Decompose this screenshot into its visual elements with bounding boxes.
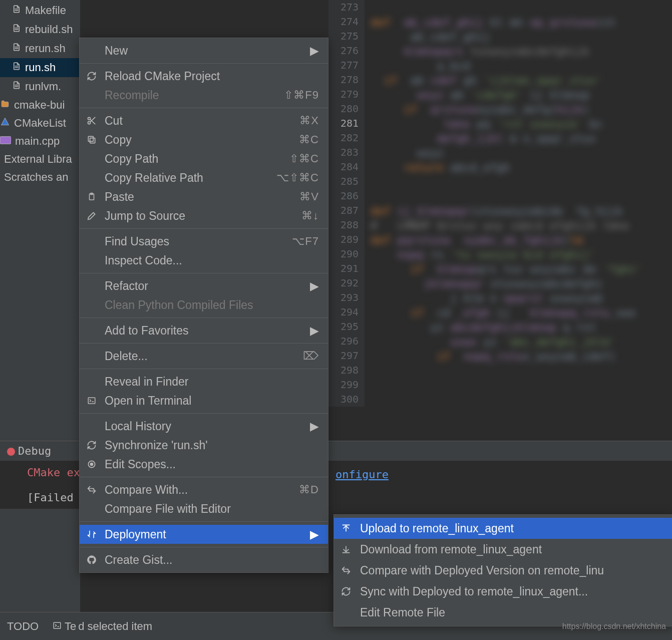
terminal-tab[interactable]: Te — [53, 620, 76, 633]
menu-item: Clean Python Compiled Files — [80, 295, 328, 314]
scope-icon — [86, 459, 98, 469]
menu-item[interactable]: Compare With...⌘D — [80, 480, 328, 499]
menu-item[interactable]: Find Usages⌥F7 — [80, 232, 328, 251]
menu-item-label: Cut — [105, 114, 123, 128]
menu-item[interactable]: New▶ — [80, 41, 328, 60]
menu-separator — [80, 273, 328, 273]
file-icon — [12, 42, 21, 56]
tree-item[interactable]: Makefile — [0, 1, 80, 20]
menu-item[interactable]: Copy Relative Path⌥⇧⌘C — [80, 168, 328, 187]
menu-item[interactable]: Jump to Source⌘↓ — [80, 206, 328, 225]
menu-separator — [80, 228, 328, 229]
submenu-arrow-icon: ▶ — [310, 279, 319, 293]
tree-item[interactable]: main.cpp — [0, 132, 80, 150]
menu-item[interactable]: Add to Favorites▶ — [80, 321, 328, 340]
menu-shortcut: ⇧⌘C — [289, 152, 319, 165]
menu-item-label: Reload CMake Project — [105, 70, 220, 83]
line-gutter: 2732742752762772782792802812822832842852… — [328, 0, 365, 407]
deploy-icon — [86, 529, 98, 539]
tree-item[interactable]: External Libra — [0, 150, 80, 168]
tree-item[interactable]: CMakeList — [0, 114, 80, 132]
submenu-arrow-icon: ▶ — [310, 420, 319, 433]
submenu-item[interactable]: Download from remote_linux_agent — [334, 539, 672, 560]
menu-item[interactable]: Reload CMake Project — [80, 67, 328, 86]
code-blurred: def ab_cdef_ghij kl mn op_qrstuvw(st ab_… — [371, 15, 672, 364]
menu-item-label: Compare File with Editor — [105, 502, 231, 516]
menu-item[interactable]: Synchronize 'run.sh' — [80, 436, 328, 455]
svg-rect-1 — [54, 622, 61, 628]
svg-rect-4 — [90, 138, 95, 143]
menu-shortcut: ⌘C — [299, 133, 319, 146]
menu-item[interactable]: Compare File with Editor — [80, 499, 328, 518]
submenu-item[interactable]: Compare with Deployed Version on remote_… — [334, 560, 672, 581]
menu-item[interactable]: Delete...⌦ — [80, 347, 328, 366]
debug-tab[interactable]: Debug — [7, 445, 51, 457]
tree-item-label: run.sh — [25, 61, 56, 74]
tree-item[interactable]: runlvm. — [0, 77, 80, 96]
reload-icon — [86, 71, 98, 81]
menu-item[interactable]: Inspect Code... — [80, 251, 328, 270]
submenu-item-label: Sync with Deployed to remote_linux_agent… — [360, 585, 588, 598]
tree-item-label: CMakeList — [14, 117, 66, 130]
paste-icon — [86, 192, 98, 202]
compare-icon — [340, 565, 352, 575]
menu-item[interactable]: Reveal in Finder — [80, 372, 328, 391]
folder-icon — [0, 99, 10, 112]
tree-item[interactable]: cmake-bui — [0, 96, 80, 114]
menu-item-label: Jump to Source — [105, 209, 185, 223]
github-icon — [86, 555, 98, 565]
menu-item[interactable]: Refactor▶ — [80, 276, 328, 295]
tree-item[interactable]: run.sh — [0, 58, 80, 77]
menu-separator — [80, 343, 328, 344]
menu-item-label: Deployment — [105, 528, 166, 541]
menu-item-label: Copy — [105, 133, 132, 147]
submenu-arrow-icon: ▶ — [310, 44, 319, 58]
menu-item[interactable]: Cut⌘X — [80, 111, 328, 130]
menu-item[interactable]: Copy⌘C — [80, 130, 328, 149]
svg-rect-8 — [88, 398, 95, 404]
menu-item: Recompile⇧⌘F9 — [80, 86, 328, 105]
menu-shortcut: ⌘↓ — [301, 209, 319, 222]
submenu-item-label: Upload to remote_linux_agent — [360, 522, 514, 535]
menu-shortcut: ⌦ — [303, 350, 319, 363]
menu-separator — [80, 477, 328, 477]
configure-link[interactable]: onfigure — [335, 468, 389, 481]
svg-rect-0 — [0, 137, 11, 144]
reload-icon — [340, 586, 352, 596]
compare-icon — [86, 485, 98, 495]
menu-item-label: New — [105, 44, 128, 58]
menu-item[interactable]: Local History▶ — [80, 417, 328, 436]
menu-item[interactable]: Open in Terminal — [80, 391, 328, 410]
menu-item[interactable]: Copy Path⇧⌘C — [80, 149, 328, 168]
watermark: https://blog.csdn.net/xhtchina — [562, 622, 666, 631]
menu-item[interactable]: Create Gist... — [80, 550, 328, 569]
svg-rect-5 — [88, 136, 93, 141]
menu-item-label: Synchronize 'run.sh' — [105, 439, 208, 452]
submenu-arrow-icon: ▶ — [310, 324, 319, 338]
todo-tab[interactable]: TODO — [7, 620, 39, 633]
cpp-icon — [0, 135, 11, 148]
menu-item[interactable]: Paste⌘V — [80, 187, 328, 206]
menu-shortcut: ⌘X — [299, 114, 319, 127]
menu-item-label: Local History — [105, 420, 171, 433]
terminal-icon — [86, 396, 98, 405]
error-icon — [7, 448, 15, 456]
submenu-item[interactable]: Edit Remote File — [334, 602, 672, 623]
status-msg: d selected item — [78, 620, 152, 633]
menu-separator — [80, 547, 328, 547]
menu-separator — [80, 369, 328, 369]
submenu-item[interactable]: Sync with Deployed to remote_linux_agent… — [334, 581, 672, 602]
cut-icon — [86, 116, 98, 126]
tree-item[interactable]: Scratches an — [0, 168, 80, 186]
menu-item[interactable]: Deployment▶ — [80, 525, 328, 544]
menu-item[interactable]: Edit Scopes... — [80, 455, 328, 474]
context-menu: New▶Reload CMake ProjectRecompile⇧⌘F9Cut… — [79, 38, 328, 573]
file-icon — [12, 23, 21, 37]
submenu-item[interactable]: Upload to remote_linux_agent — [334, 518, 672, 539]
tree-item-label: runlvm. — [25, 80, 61, 93]
tree-item[interactable]: rerun.sh — [0, 39, 80, 58]
menu-separator — [80, 413, 328, 414]
tree-item[interactable]: rebuild.sh — [0, 20, 80, 39]
menu-separator — [80, 521, 328, 522]
submenu-item-label: Compare with Deployed Version on remote_… — [360, 564, 604, 577]
